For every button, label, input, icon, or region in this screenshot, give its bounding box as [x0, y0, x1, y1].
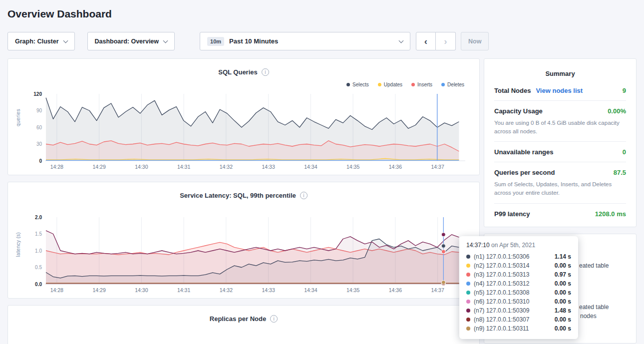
svg-text:14:31: 14:31	[177, 287, 190, 293]
tooltip-node-label: (n3) 127.0.0.1:50313	[474, 271, 529, 278]
tooltip-row: (n9) 127.0.0.1:503110.00 s	[466, 324, 571, 333]
time-next-button[interactable]: ›	[436, 32, 456, 50]
svg-text:14:28: 14:28	[50, 287, 63, 293]
chart-body: latency (s) 14:2814:2914:3014:3114:3214:…	[15, 215, 472, 297]
tooltip-node-value: 0.97 s	[555, 271, 571, 278]
time-nav: ‹ ›	[416, 32, 456, 50]
svg-text:14:35: 14:35	[346, 164, 359, 170]
svg-text:14:32: 14:32	[220, 164, 233, 170]
chart-body: queries 14:2814:2914:3014:3114:3214:3314…	[15, 92, 472, 174]
tooltip-node-value: 0.00 s	[555, 262, 571, 269]
legend-item-inserts[interactable]: Inserts	[411, 82, 432, 87]
tooltip-row: (n5) 127.0.0.1:503080.00 s	[466, 288, 571, 297]
summary-row: Total NodesView nodes list9	[494, 80, 626, 101]
svg-text:2.0: 2.0	[35, 215, 42, 220]
legend-item-selects[interactable]: Selects	[346, 82, 369, 87]
summary-label: P99 latency	[494, 210, 530, 218]
view-nodes-link[interactable]: View nodes list	[536, 87, 583, 94]
summary-panel: Summary Total NodesView nodes list9Capac…	[484, 58, 637, 227]
charts-column: SQL Queries SelectsUpdatesInsertsDeletes…	[7, 58, 480, 344]
chevron-down-icon	[63, 38, 68, 43]
chevron-left-icon: ‹	[424, 36, 427, 47]
legend-dot-icon	[378, 83, 381, 86]
summary-label: Capacity Usage	[494, 107, 543, 115]
series-dot-icon	[466, 264, 470, 268]
legend-item-deletes[interactable]: Deletes	[441, 82, 464, 87]
tooltip-row: (n1) 127.0.0.1:503061.14 s	[466, 252, 571, 261]
chart-canvas[interactable]: 14:2814:2914:3014:3114:3214:3314:3414:35…	[23, 92, 471, 174]
legend-label: Deletes	[447, 82, 464, 87]
event-text-fragment: eated table	[579, 262, 609, 269]
tooltip-node-label: (n1) 127.0.0.1:50306	[474, 253, 529, 260]
tooltip-node-value: 0.00 s	[555, 325, 571, 332]
legend-dot-icon	[441, 83, 445, 86]
summary-panel-title: Summary	[494, 70, 626, 77]
event-text-fragment: eated table	[579, 304, 609, 311]
legend-dot-icon	[411, 83, 415, 86]
svg-text:14:37: 14:37	[431, 164, 444, 170]
sql-queries-plot[interactable]: 14:2814:2914:3014:3114:3214:3314:3414:35…	[23, 92, 472, 174]
svg-text:14:31: 14:31	[177, 164, 190, 170]
service-latency-plot[interactable]: 14:2814:2914:3014:3114:3214:3314:3414:35…	[23, 215, 472, 297]
tooltip-row: (n2) 127.0.0.1:503140.00 s	[466, 261, 571, 270]
legend-dot-icon	[346, 83, 350, 86]
svg-text:0.5: 0.5	[35, 265, 42, 270]
svg-text:14:33: 14:33	[262, 287, 275, 293]
svg-text:0.0: 0.0	[35, 282, 42, 287]
summary-rows: Total NodesView nodes list9Capacity Usag…	[494, 80, 626, 224]
graph-dropdown[interactable]: Graph: Cluster	[7, 32, 75, 50]
summary-value: 87.5	[614, 169, 626, 176]
y-axis-label: queries	[15, 109, 21, 126]
sql-queries-chart-card: SQL Queries SelectsUpdatesInsertsDeletes…	[7, 58, 480, 175]
series-dot-icon	[466, 255, 470, 259]
chart-legend: SelectsUpdatesInsertsDeletes	[346, 82, 464, 87]
info-icon[interactable]	[262, 68, 269, 76]
dashboard-dropdown[interactable]: Dashboard: Overview	[87, 32, 175, 50]
summary-row-line: Unavailable ranges0	[494, 148, 626, 156]
chart-canvas[interactable]: 14:2814:2914:3014:3114:3214:3314:3414:35…	[23, 215, 471, 297]
svg-text:14:30: 14:30	[135, 287, 148, 293]
series-dot-icon	[466, 282, 470, 286]
tooltip-row: (n6) 127.0.0.1:503100.00 s	[466, 297, 571, 306]
summary-label: Queries per second	[494, 169, 555, 176]
tooltip-node-label: (n2) 127.0.0.1:50314	[474, 262, 529, 269]
event-text-fragment: nodes	[580, 313, 597, 320]
tooltip-row: (n7) 127.0.0.1:503091.48 s	[466, 306, 571, 315]
svg-text:14:36: 14:36	[389, 287, 402, 293]
time-range-badge: 10m	[207, 37, 224, 46]
svg-text:120: 120	[33, 92, 42, 97]
chevron-down-icon	[163, 38, 168, 43]
svg-text:14:33: 14:33	[262, 164, 275, 170]
legend-item-updates[interactable]: Updates	[378, 82, 402, 87]
summary-row: Unavailable ranges0	[494, 142, 626, 162]
summary-row-line: Queries per second87.5	[494, 169, 626, 176]
service-latency-chart-card: Service Latency: SQL, 99th percentile la…	[7, 182, 480, 299]
svg-text:30: 30	[36, 141, 42, 147]
summary-row: Queries per second87.5Sum of Selects, Up…	[494, 162, 626, 203]
summary-row-line: Total NodesView nodes list9	[494, 87, 626, 94]
chart-title: Service Latency: SQL, 99th percentile	[180, 192, 296, 199]
graph-dropdown-label: Graph: Cluster	[15, 38, 59, 45]
svg-text:14:30: 14:30	[135, 164, 148, 170]
svg-text:14:36: 14:36	[389, 164, 402, 170]
chart-title-row: Replicas per Node	[15, 314, 472, 324]
info-icon[interactable]	[270, 315, 278, 323]
series-dot-icon	[466, 300, 470, 304]
now-button[interactable]: Now	[461, 32, 489, 50]
svg-text:0: 0	[39, 158, 42, 164]
dashboard-dropdown-label: Dashboard: Overview	[95, 38, 159, 45]
info-icon[interactable]	[300, 192, 308, 199]
tooltip-node-value: 1.14 s	[555, 253, 571, 260]
tooltip-node-value: 0.00 s	[555, 289, 571, 296]
tooltip-row: (n8) 127.0.0.1:503070.00 s	[466, 315, 571, 324]
tooltip-date: on Apr 5th, 2021	[490, 242, 535, 249]
svg-text:14:28: 14:28	[50, 164, 63, 170]
series-dot-icon	[466, 309, 470, 313]
tooltip-node-value: 1.48 s	[555, 307, 571, 314]
time-range-picker[interactable]: 10m Past 10 Minutes	[200, 32, 410, 50]
chevron-down-icon	[399, 38, 404, 43]
summary-row-line: Capacity Usage0.00%	[494, 107, 626, 115]
time-prev-button[interactable]: ‹	[416, 32, 436, 50]
svg-text:14:29: 14:29	[92, 287, 105, 293]
svg-text:1.5: 1.5	[35, 231, 42, 237]
